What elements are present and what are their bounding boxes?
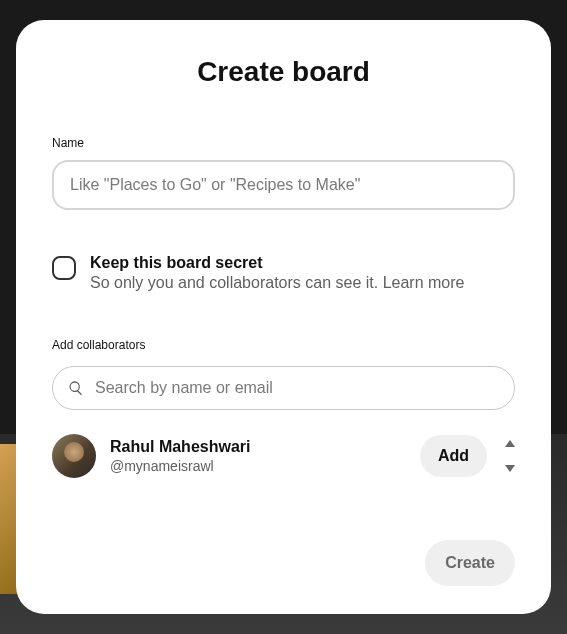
keep-secret-title: Keep this board secret — [90, 254, 464, 272]
avatar — [52, 434, 96, 478]
learn-more-link[interactable]: Learn more — [383, 274, 465, 291]
modal-title: Create board — [52, 56, 515, 88]
collaborator-name: Rahul Maheshwari — [110, 438, 406, 456]
collaborators-label: Add collaborators — [52, 338, 515, 352]
search-icon — [68, 380, 84, 396]
add-collaborator-button[interactable]: Add — [420, 435, 487, 477]
scroll-up-icon[interactable] — [505, 440, 515, 447]
create-button[interactable]: Create — [425, 540, 515, 586]
collaborator-suggestion-row: Rahul Maheshwari @mynameisrawl Add — [52, 434, 515, 478]
collaborator-handle: @mynameisrawl — [110, 458, 406, 474]
keep-secret-section: Keep this board secret So only you and c… — [52, 254, 515, 292]
scroll-down-icon[interactable] — [505, 465, 515, 472]
board-name-input[interactable] — [52, 160, 515, 210]
collaborator-search-input[interactable] — [52, 366, 515, 410]
create-board-modal: Create board Name Keep this board secret… — [16, 20, 551, 614]
name-field-label: Name — [52, 136, 515, 150]
keep-secret-subtitle: So only you and collaborators can see it… — [90, 274, 464, 292]
keep-secret-checkbox[interactable] — [52, 256, 76, 280]
scroll-arrows — [505, 440, 515, 472]
